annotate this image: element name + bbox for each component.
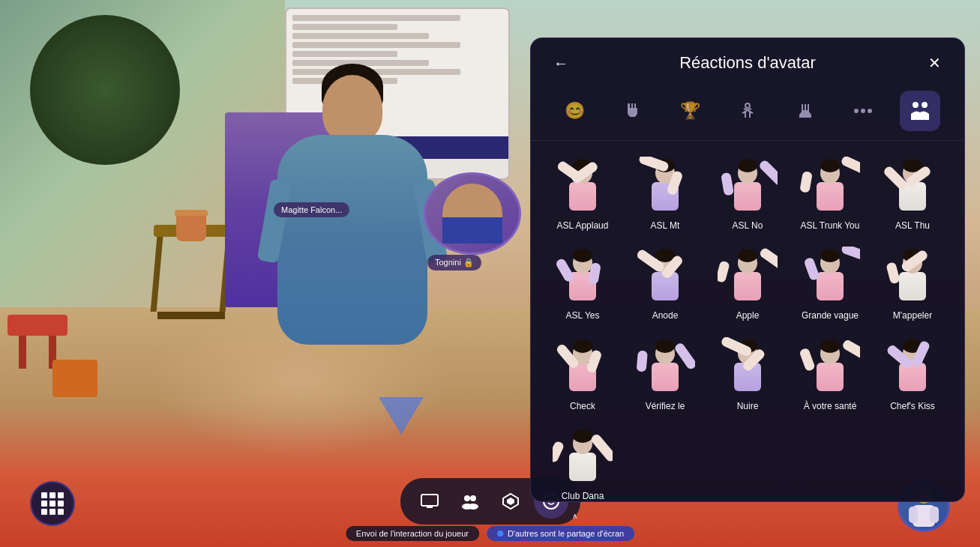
reaction-label-13: Nuire (737, 401, 759, 411)
svg-point-38 (820, 159, 840, 172)
svg-rect-86 (817, 363, 844, 391)
people-button[interactable] (453, 484, 487, 519)
panel-header: ← Réactions d'avatar ✕ (531, 38, 964, 85)
reaction-label-12: Vérifiez le (646, 401, 685, 411)
reaction-item-7[interactable]: Anode (625, 240, 705, 327)
screen-share-button[interactable] (412, 484, 447, 519)
svg-rect-13 (909, 507, 918, 523)
category-more[interactable] (843, 91, 883, 131)
reaction-label-1: ASL Applaud (557, 220, 609, 231)
category-asl-selected[interactable] (900, 91, 940, 131)
category-tabs: 😊 🏆 (531, 85, 964, 141)
video-shirt (442, 217, 502, 244)
reaction-avatar-15 (879, 336, 946, 396)
reaction-avatar-7 (631, 246, 699, 306)
pot-body (176, 216, 206, 241)
apps-button[interactable] (493, 484, 528, 519)
category-trophy[interactable]: 🏆 (670, 91, 710, 131)
reaction-label-10: M'appeler (893, 310, 932, 321)
avatar-head (322, 75, 382, 142)
menu-grid-button[interactable] (30, 481, 75, 526)
svg-point-2 (464, 495, 470, 501)
reaction-avatar-9 (796, 246, 864, 306)
reaction-item-11[interactable]: Check (543, 330, 622, 417)
table-legs (146, 237, 236, 312)
reaction-item-15[interactable]: Chef's Kiss (873, 330, 952, 417)
svg-point-20 (922, 102, 928, 108)
reaction-item-2[interactable]: ASL Mt (625, 150, 705, 237)
reaction-label-9: Grande vague (802, 310, 859, 321)
reaction-item-5[interactable]: ASL Thu (873, 150, 952, 237)
category-hands[interactable] (612, 91, 652, 131)
svg-rect-0 (421, 495, 438, 506)
table-base (157, 312, 225, 319)
svg-rect-59 (718, 261, 730, 283)
svg-point-19 (913, 102, 919, 108)
svg-rect-89 (800, 347, 816, 372)
svg-point-18 (868, 109, 872, 113)
panel-back-button[interactable]: ← (549, 55, 573, 72)
name-tag-right-text: Tognini 🔒 (435, 258, 474, 267)
svg-point-3 (470, 495, 476, 501)
svg-rect-31 (734, 182, 761, 211)
reaction-item-16[interactable]: Club Dana (543, 420, 622, 501)
reaction-item-12[interactable]: Vérifiez le (625, 330, 705, 417)
reaction-avatar-4 (796, 156, 864, 216)
panel-close-button[interactable]: ✕ (922, 54, 946, 72)
reaction-label-6: ASL Yes (566, 310, 600, 321)
reaction-item-8[interactable]: Apple (708, 240, 787, 327)
reaction-label-2: ASL Mt (651, 220, 680, 231)
reaction-avatar-10 (879, 246, 946, 306)
video-feed-tognini (424, 172, 521, 255)
reaction-item-13[interactable]: Nuire (708, 330, 787, 417)
reaction-avatar-13 (714, 336, 781, 396)
status-screen-share: D'autres sont le partage d'écran (487, 526, 634, 541)
category-activity[interactable] (727, 91, 768, 131)
screen-line (292, 33, 429, 39)
reaction-avatar-8 (714, 246, 781, 306)
svg-rect-66 (899, 272, 926, 300)
svg-rect-40 (840, 157, 860, 177)
name-tag-left-text: Magitte Falcon... (281, 205, 342, 214)
category-wave[interactable] (785, 91, 826, 131)
video-person-body (442, 184, 502, 244)
svg-rect-35 (758, 159, 778, 187)
reaction-avatar-11 (549, 336, 616, 396)
reaction-item-6[interactable]: ASL Yes (543, 240, 622, 327)
blue-dot-icon (497, 531, 503, 537)
avatar-torso (277, 135, 427, 345)
reaction-avatar-12 (631, 336, 699, 396)
reaction-label-16: Club Dana (562, 491, 604, 501)
svg-marker-7 (507, 498, 514, 505)
status-player-interaction: Envoi de l'interaction du joueur (346, 526, 479, 541)
svg-rect-36 (817, 182, 844, 211)
screen-line (292, 15, 460, 21)
svg-rect-61 (817, 272, 844, 300)
screen-line (292, 42, 460, 48)
svg-rect-60 (759, 247, 778, 274)
reaction-label-3: ASL No (733, 220, 763, 231)
svg-point-78 (655, 339, 675, 353)
reactions-grid: ASL Applaud ASL Mt (531, 141, 964, 501)
grid-dots-icon (41, 492, 64, 515)
reaction-item-4[interactable]: ASL Trunk You (790, 150, 870, 237)
reaction-item-9[interactable]: Grande vague (790, 240, 870, 327)
stool-leg (19, 336, 26, 369)
svg-rect-69 (886, 262, 901, 285)
reaction-item-1[interactable]: ASL Applaud (543, 150, 622, 237)
reaction-avatar-2 (631, 156, 699, 216)
reaction-avatar-3 (714, 156, 781, 216)
svg-rect-99 (553, 441, 565, 464)
status-left-text: Envoi de l'interaction du joueur (356, 529, 469, 538)
reaction-item-3[interactable]: ASL No (708, 150, 787, 237)
name-tag-right: Tognini 🔒 (427, 255, 481, 271)
location-arrow (379, 397, 424, 435)
category-emoji[interactable]: 😊 (554, 91, 595, 131)
reaction-item-14[interactable]: À votre santé (790, 330, 870, 417)
svg-point-33 (738, 159, 757, 172)
reaction-avatar-5 (879, 156, 946, 216)
reaction-label-14: À votre santé (804, 401, 857, 411)
pot-rim (175, 210, 208, 216)
svg-point-16 (854, 109, 859, 113)
reaction-item-10[interactable]: M'appeler (873, 240, 952, 327)
